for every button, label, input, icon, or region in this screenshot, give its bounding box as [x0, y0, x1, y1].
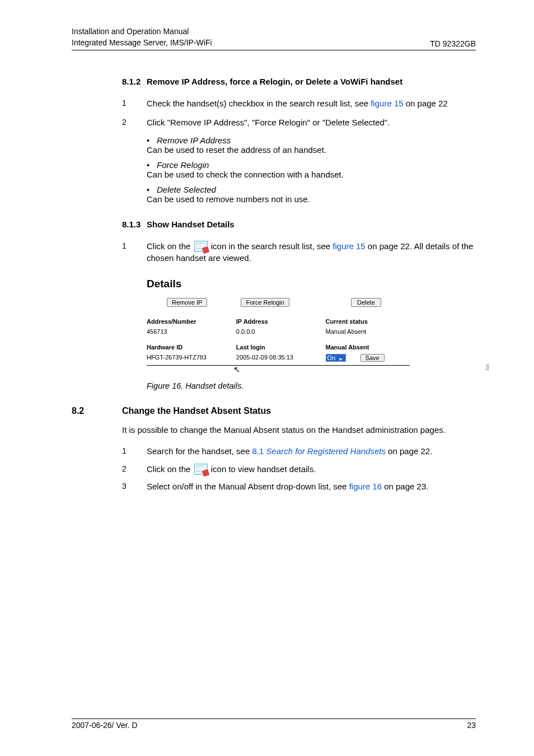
- step-1: 1 Check the handset(s) checkbox in the s…: [122, 97, 476, 110]
- step-1: 1 Search for the handset, see 8.1 Search…: [122, 445, 476, 458]
- section-title: Remove IP Address, force a Relogin, or D…: [147, 77, 476, 86]
- heading-8-1-2: 8.1.2 Remove IP Address, force a Relogin…: [122, 77, 476, 86]
- page-footer: 2007-06-26/ Ver. D 23: [72, 718, 476, 730]
- text: on page 22: [404, 99, 448, 108]
- cursor-icon: ↖: [233, 365, 410, 375]
- current-status-label: Current status: [326, 318, 410, 325]
- header-left: Installation and Operation Manual Integr…: [72, 26, 212, 48]
- current-status-value: Manual Absent: [326, 328, 410, 335]
- text: on page 22.: [386, 446, 432, 456]
- bullet-delete-selected: •Delete Selected Can be used to remove n…: [147, 185, 476, 204]
- step-3: 3 Select on/off in the Manual Absent dro…: [122, 480, 476, 493]
- step-2: 2 Click "Remove IP Address", "Force Relo…: [122, 116, 476, 129]
- details-button-row: Remove IP Force Relogin Delete: [147, 298, 410, 307]
- bullet-desc: Can be used to reset the address of an h…: [147, 145, 476, 155]
- heading-8-1-3: 8.1.3 Show Handset Details: [122, 220, 476, 229]
- step-1: 1 Click on the icon in the search result…: [122, 240, 476, 265]
- text: Search for the handset, see: [147, 446, 252, 456]
- address-number-value: 456713: [147, 328, 231, 335]
- ip-address-label: IP Address: [236, 318, 320, 325]
- step-number: 1: [122, 445, 147, 458]
- remove-ip-button[interactable]: Remove IP: [167, 298, 207, 307]
- bullet-desc: Can be used to remove numbers not in use…: [147, 194, 476, 204]
- details-title: Details: [147, 278, 410, 290]
- header-line2: Integrated Message Server, IMS/IP-WiFi: [72, 38, 212, 49]
- ip-address-value: 0.0.0.0: [236, 328, 320, 335]
- figure-caption: Figure 16. Handset details.: [147, 381, 476, 390]
- step-2: 2 Click on the icon to view handset deta…: [122, 463, 476, 475]
- link-search-registered[interactable]: Search for Registered Handsets: [266, 446, 385, 456]
- link-figure-16[interactable]: figure 16: [349, 482, 382, 491]
- step-number: 2: [122, 463, 147, 475]
- bullet-dot-icon: •: [147, 160, 157, 170]
- text: Select on/off in the Manual Absent drop-…: [147, 482, 349, 491]
- edit-note-icon: [194, 241, 208, 252]
- step-number: 1: [122, 240, 147, 265]
- section-number: 8.2: [72, 406, 122, 416]
- bullet-list: •Remove IP Address Can be used to reset …: [147, 136, 476, 204]
- manual-absent-select[interactable]: On: [326, 354, 346, 362]
- heading-8-2: 8.2 Change the Handset Absent Status: [72, 406, 476, 416]
- section-number: 8.1.3: [122, 220, 147, 229]
- link-figure-15[interactable]: figure 15: [371, 99, 403, 108]
- header-right: TD 92322GB: [430, 39, 476, 48]
- details-row-2: Hardware ID HFGT-26739-HTZ783 Last login…: [147, 344, 410, 366]
- hardware-id-value: HFGT-26739-HTZ783: [147, 354, 231, 361]
- delete-button[interactable]: Delete: [351, 298, 381, 307]
- link-figure-15[interactable]: figure 15: [332, 241, 365, 251]
- step-number: 2: [122, 116, 147, 129]
- bullet-title: Delete Selected: [157, 185, 216, 194]
- bullet-title: Force Relogin: [157, 160, 209, 170]
- page-content: 8.1.2 Remove IP Address, force a Relogin…: [72, 77, 476, 493]
- link-8-1[interactable]: 8.1: [252, 446, 266, 456]
- bullet-remove-ip: •Remove IP Address Can be used to reset …: [147, 136, 476, 155]
- bullet-force-relogin: •Force Relogin Can be used to check the …: [147, 160, 476, 179]
- text: Check the handset(s) checkbox in the sea…: [147, 99, 371, 108]
- manual-absent-label: Manual Absent: [326, 344, 410, 351]
- step-text: Click on the icon in the search result l…: [147, 240, 476, 265]
- hardware-id-label: Hardware ID: [147, 344, 231, 351]
- bullet-desc: Can be used to check the connection with…: [147, 170, 476, 179]
- footer-right: 23: [467, 721, 476, 730]
- bullet-dot-icon: •: [147, 136, 157, 145]
- step-text: Search for the handset, see 8.1 Search f…: [147, 445, 476, 458]
- step-number: 3: [122, 480, 147, 493]
- text: icon in the search result list, see: [209, 241, 333, 251]
- figure-16: Details Remove IP Force Relogin Delete A…: [147, 278, 476, 390]
- page-header: Installation and Operation Manual Integr…: [72, 26, 476, 50]
- step-text: Select on/off in the Manual Absent drop-…: [147, 480, 476, 493]
- step-text: Click "Remove IP Address", "Force Relogi…: [147, 116, 476, 129]
- step-number: 1: [122, 97, 147, 110]
- details-panel: Details Remove IP Force Relogin Delete A…: [147, 278, 410, 375]
- last-login-label: Last login: [236, 344, 320, 351]
- section-number: 8.1.2: [122, 77, 147, 86]
- side-marker: 310: [485, 364, 489, 371]
- section-title: Show Handset Details: [147, 220, 476, 229]
- step-text: Check the handset(s) checkbox in the sea…: [147, 97, 476, 110]
- text: icon to view handset details.: [209, 464, 316, 474]
- details-row-1: Address/Number 456713 IP Address 0.0.0.0…: [147, 318, 410, 335]
- section-title: Change the Handset Absent Status: [122, 406, 476, 416]
- edit-note-icon: [194, 464, 208, 475]
- bullet-dot-icon: •: [147, 185, 157, 194]
- bullet-title: Remove IP Address: [157, 136, 231, 145]
- force-relogin-button[interactable]: Force Relogin: [241, 298, 289, 307]
- footer-left: 2007-06-26/ Ver. D: [72, 721, 138, 730]
- text: Click on the: [147, 464, 193, 474]
- text: on page 23.: [382, 482, 428, 491]
- intro-paragraph: It is possible to change the Manual Abse…: [122, 424, 476, 436]
- header-line1: Installation and Operation Manual: [72, 26, 212, 38]
- address-number-label: Address/Number: [147, 318, 231, 325]
- text: Click on the: [147, 241, 193, 251]
- last-login-value: 2005-02-09 08:35:13: [236, 354, 320, 361]
- save-button[interactable]: Save: [360, 354, 385, 362]
- step-text: Click on the icon to view handset detail…: [147, 463, 476, 475]
